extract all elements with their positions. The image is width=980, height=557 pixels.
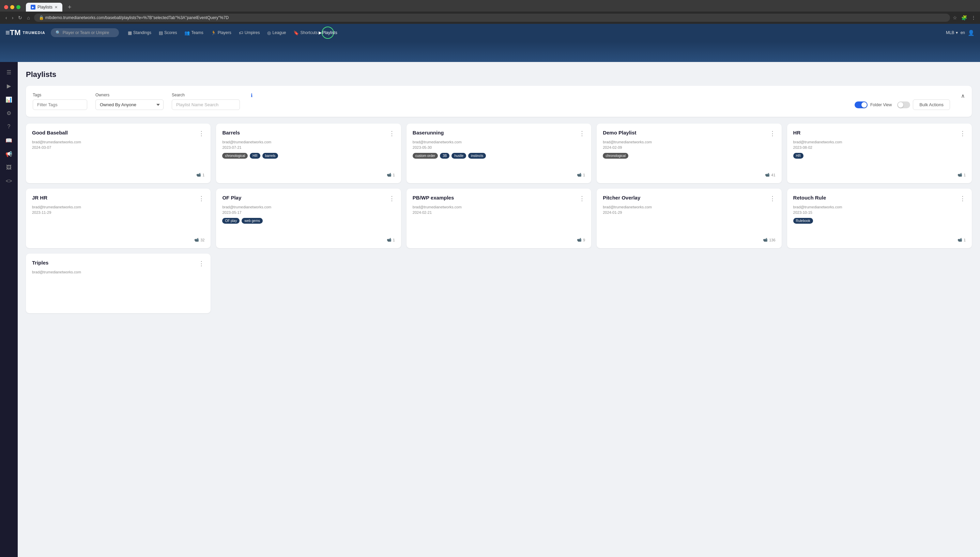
card-footer: 📹1 xyxy=(222,238,395,242)
mlb-selector[interactable]: MLB ▾ xyxy=(946,30,958,35)
bulk-actions-toggle[interactable] xyxy=(897,101,910,108)
playlist-grid: Good Baseball ⋮ brad@trumedianetworks.co… xyxy=(26,124,972,313)
sidebar-item-code[interactable]: <> xyxy=(3,175,15,187)
card-menu-button[interactable]: ⋮ xyxy=(198,195,204,202)
collapse-filters-button[interactable]: ∧ xyxy=(961,93,965,99)
card-menu-button[interactable]: ⋮ xyxy=(960,195,966,202)
card-menu-button[interactable]: ⋮ xyxy=(389,195,395,202)
nav-teams[interactable]: 👥 Teams xyxy=(181,28,206,37)
card-tags: chronological xyxy=(603,153,775,159)
card-menu-button[interactable]: ⋮ xyxy=(389,130,395,137)
card-menu-button[interactable]: ⋮ xyxy=(769,195,776,202)
new-tab-button[interactable]: + xyxy=(65,4,74,11)
video-count-icon: 📹 xyxy=(957,173,962,177)
tab-close-button[interactable]: ✕ xyxy=(54,5,57,10)
sidebar-item-image[interactable]: 🖼 xyxy=(3,161,15,174)
playlist-card[interactable]: Barrels ⋮ brad@trumedianetworks.com 2023… xyxy=(216,124,401,183)
lock-icon: 🔒 xyxy=(39,15,44,20)
playlist-card[interactable]: Good Baseball ⋮ brad@trumedianetworks.co… xyxy=(26,124,211,183)
playlist-card[interactable]: Demo Playlist ⋮ brad@trumedianetworks.co… xyxy=(597,124,781,183)
card-header: OF Play ⋮ xyxy=(222,195,395,202)
nav-umpires[interactable]: 🏷 Umpires xyxy=(235,28,263,37)
nav-search-bar[interactable]: 🔍 xyxy=(51,28,119,37)
sidebar-item-menu[interactable]: ☰ xyxy=(3,66,15,78)
umpires-icon: 🏷 xyxy=(239,30,243,36)
owners-select[interactable]: Owned By Anyone Owned By Me Shared With … xyxy=(95,99,163,110)
browser-menu-icon[interactable]: ⋮ xyxy=(971,15,976,20)
card-date: 2023-08-02 xyxy=(793,145,966,150)
nav-standings[interactable]: ▦ Standings xyxy=(124,28,155,37)
video-count-icon: 📹 xyxy=(577,238,581,242)
url-text: mlbdemo.trumedianetworks.com/baseball/pl… xyxy=(45,15,229,20)
card-owner: brad@trumedianetworks.com xyxy=(413,140,585,144)
tags-input[interactable] xyxy=(33,99,87,110)
card-menu-button[interactable]: ⋮ xyxy=(198,130,204,137)
nav-search-icon: 🔍 xyxy=(56,30,60,35)
tab-bar: ▶ Playlists ✕ + xyxy=(4,3,976,11)
video-count-icon: 📹 xyxy=(957,238,962,242)
tags-filter-group: Tags xyxy=(33,93,87,110)
playlist-card[interactable]: JR HR ⋮ brad@trumedianetworks.com 2023-1… xyxy=(26,189,211,248)
card-title: Pitcher Overlay xyxy=(603,195,769,200)
url-bar[interactable]: 🔒 mlbdemo.trumedianetworks.com/baseball/… xyxy=(34,14,950,22)
sidebar-item-help[interactable]: ? xyxy=(3,121,15,133)
playlist-card[interactable]: Baserunning ⋮ brad@trumedianetworks.com … xyxy=(407,124,591,183)
card-tags: OF playweb gems xyxy=(222,218,395,224)
playlist-card[interactable]: Triples ⋮ brad@trumedianetworks.com xyxy=(26,254,211,313)
bulk-actions-button[interactable]: Bulk Actions xyxy=(913,99,950,110)
card-footer: 📹41 xyxy=(603,173,775,177)
info-icon[interactable]: ℹ xyxy=(251,93,253,98)
standings-icon: ▦ xyxy=(128,30,132,36)
playlist-search-input[interactable] xyxy=(172,99,240,110)
maximize-window-button[interactable] xyxy=(16,5,20,9)
minimize-window-button[interactable] xyxy=(10,5,14,9)
card-date: 2023-07-21 xyxy=(222,145,395,150)
card-date: 2023-10-15 xyxy=(793,210,966,215)
playlist-card[interactable]: Retouch Rule ⋮ brad@trumedianetworks.com… xyxy=(787,189,972,248)
card-owner: brad@trumedianetworks.com xyxy=(793,205,966,209)
nav-players[interactable]: 🏃 Players xyxy=(207,28,235,37)
sidebar-item-book[interactable]: 📖 xyxy=(3,134,15,147)
card-menu-button[interactable]: ⋮ xyxy=(579,130,585,137)
bookmark-icon[interactable]: ☆ xyxy=(953,15,957,20)
user-icon[interactable]: 👤 xyxy=(968,29,975,36)
playlist-card[interactable]: PB/WP examples ⋮ brad@trumedianetworks.c… xyxy=(407,189,591,248)
nav-scores[interactable]: ▤ Scores xyxy=(155,28,180,37)
card-menu-button[interactable]: ⋮ xyxy=(960,130,966,137)
logo[interactable]: ≡TM TRUMEDIA xyxy=(5,28,45,37)
nav-links: ▦ Standings ▤ Scores 👥 Teams 🏃 Players 🏷… xyxy=(124,26,946,39)
sidebar-item-settings[interactable]: ⚙ xyxy=(3,107,15,119)
card-header: HR ⋮ xyxy=(793,130,966,137)
sidebar-item-broadcast[interactable]: 📢 xyxy=(3,148,15,160)
playlist-card[interactable]: HR ⋮ brad@trumedianetworks.com 2023-08-0… xyxy=(787,124,972,183)
bulk-actions-control: Bulk Actions xyxy=(897,99,950,110)
card-title: Retouch Rule xyxy=(793,195,960,200)
playlist-card[interactable]: OF Play ⋮ brad@trumedianetworks.com 2023… xyxy=(216,189,401,248)
card-header: Good Baseball ⋮ xyxy=(32,130,204,137)
close-window-button[interactable] xyxy=(4,5,8,9)
tab-favicon: ▶ xyxy=(31,5,36,10)
sidebar-item-video[interactable]: ▶ xyxy=(3,80,15,92)
scores-label: Scores xyxy=(164,30,177,35)
playlists-label: Playlists xyxy=(322,30,337,35)
sidebar-item-stats[interactable]: 📊 xyxy=(3,93,15,106)
card-menu-button[interactable]: ⋮ xyxy=(769,130,776,137)
browser-tab[interactable]: ▶ Playlists ✕ xyxy=(26,3,62,11)
forward-button[interactable]: › xyxy=(11,14,15,21)
card-menu-button[interactable]: ⋮ xyxy=(198,260,204,267)
home-button[interactable]: ⌂ xyxy=(26,14,31,21)
league-label: League xyxy=(272,30,286,35)
playlist-tag: HR xyxy=(250,153,260,159)
back-button[interactable]: ‹ xyxy=(4,14,8,21)
nav-league[interactable]: ◎ League xyxy=(264,28,289,37)
card-menu-button[interactable]: ⋮ xyxy=(579,195,585,202)
playlist-card[interactable]: Pitcher Overlay ⋮ brad@trumedianetworks.… xyxy=(597,189,781,248)
reload-button[interactable]: ↻ xyxy=(17,14,23,21)
nav-shortcuts[interactable]: 🔖 Shortcuts xyxy=(290,28,321,37)
extensions-icon[interactable]: 🧩 xyxy=(961,15,967,20)
nav-search-input[interactable] xyxy=(63,30,114,35)
language-button[interactable]: en xyxy=(960,30,965,35)
folder-view-toggle[interactable] xyxy=(854,101,867,108)
nav-playlists[interactable]: ▶ Playlists xyxy=(322,26,334,39)
video-count-icon: 📹 xyxy=(387,238,392,242)
